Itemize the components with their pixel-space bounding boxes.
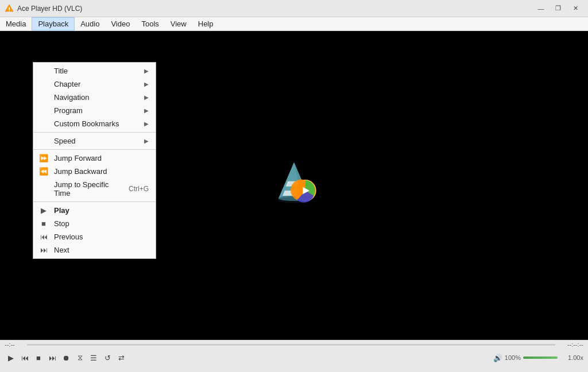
- next-button[interactable]: ⏭: [46, 351, 59, 364]
- volume-fill: [523, 356, 558, 359]
- menu-help[interactable]: Help: [192, 17, 219, 30]
- dd-navigation[interactable]: Navigation ▶: [33, 91, 156, 104]
- dd-jump-to-time[interactable]: Jump to Specific Time Ctrl+G: [33, 178, 156, 200]
- menu-video[interactable]: Video: [105, 17, 136, 30]
- dd-play[interactable]: ▶ Play: [33, 204, 156, 217]
- frame-button[interactable]: ⧖: [74, 351, 86, 364]
- menubar: Media Playback Audio Video Tools View He…: [0, 17, 588, 31]
- window-controls: — ❐ ✕: [533, 2, 583, 15]
- seek-bar[interactable]: [27, 344, 555, 346]
- play-icon: ▶: [38, 206, 49, 215]
- jump-backward-icon: ⏪: [38, 167, 49, 176]
- record-button[interactable]: ⏺: [60, 351, 72, 364]
- minimize-button[interactable]: —: [533, 2, 549, 15]
- seek-time-right: --:--:--: [558, 341, 583, 348]
- playlist-button[interactable]: ☰: [87, 351, 100, 364]
- dd-jump-forward[interactable]: ⏩ Jump Forward: [33, 152, 156, 165]
- svg-rect-1: [9, 7, 10, 10]
- speed-label: 1.00x: [563, 354, 583, 361]
- video-area: Title ▶ Chapter ▶ Navigation ▶ Program ▶…: [0, 31, 588, 340]
- jump-forward-icon: ⏩: [38, 154, 49, 162]
- app-icon: [5, 4, 14, 13]
- dd-stop[interactable]: ■ Stop: [33, 217, 156, 230]
- volume-area: 🔊 100%: [493, 354, 558, 362]
- buttons-row: ▶ ⏮ ■ ⏭ ⏺ ⧖ ☰ ↺ ⇄ 🔊 100% 1.00x: [0, 348, 588, 367]
- next-icon: ⏭: [38, 246, 49, 254]
- stop-icon: ■: [38, 219, 49, 228]
- menu-view[interactable]: View: [165, 17, 192, 30]
- volume-bar[interactable]: [523, 356, 558, 359]
- dd-chapter[interactable]: Chapter ▶: [33, 78, 156, 91]
- dd-speed[interactable]: Speed ▶: [33, 134, 156, 148]
- dd-previous[interactable]: ⏮ Previous: [33, 230, 156, 243]
- stop-button[interactable]: ■: [32, 351, 45, 364]
- dd-custom-bookmarks[interactable]: Custom Bookmarks ▶: [33, 117, 156, 130]
- menu-media[interactable]: Media: [0, 17, 32, 30]
- titlebar: Ace Player HD (VLC) — ❐ ✕: [0, 0, 588, 17]
- loop-button[interactable]: ↺: [101, 351, 114, 364]
- previous-icon: ⏮: [38, 232, 49, 241]
- dd-program[interactable]: Program ▶: [33, 104, 156, 117]
- play-button[interactable]: ▶: [5, 351, 17, 364]
- prev-button[interactable]: ⏮: [18, 351, 31, 364]
- controls-area: --:-- --:--:-- ▶ ⏮ ■ ⏭ ⏺ ⧖ ☰ ↺ ⇄ 🔊 100% …: [0, 340, 588, 372]
- menu-tools[interactable]: Tools: [136, 17, 164, 30]
- menu-audio[interactable]: Audio: [75, 17, 105, 30]
- dd-next[interactable]: ⏭ Next: [33, 243, 156, 257]
- close-button[interactable]: ✕: [567, 2, 583, 15]
- vlc-logo: [268, 160, 320, 211]
- dd-title[interactable]: Title ▶: [33, 64, 156, 78]
- seek-bar-row: --:-- --:--:--: [0, 340, 588, 348]
- dd-jump-backward[interactable]: ⏪ Jump Backward: [33, 165, 156, 178]
- volume-label: 100%: [505, 354, 521, 361]
- volume-icon: 🔊: [493, 354, 502, 362]
- maximize-button[interactable]: ❐: [550, 2, 566, 15]
- svg-point-2: [9, 10, 10, 11]
- seek-time-left: --:--: [5, 341, 25, 348]
- random-button[interactable]: ⇄: [115, 351, 127, 364]
- menu-playback[interactable]: Playback: [32, 17, 75, 30]
- app-title: Ace Player HD (VLC): [17, 5, 533, 13]
- playback-dropdown: Title ▶ Chapter ▶ Navigation ▶ Program ▶…: [33, 62, 156, 259]
